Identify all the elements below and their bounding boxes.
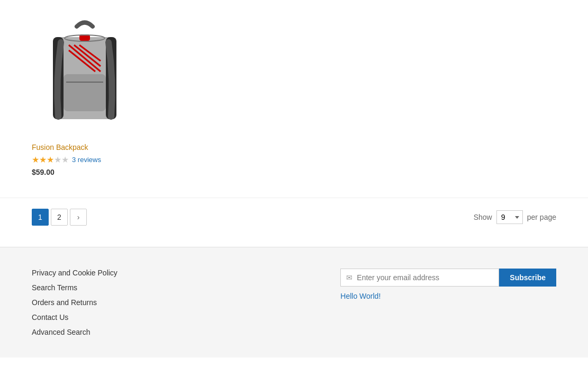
product-name-link[interactable]: Fusion Backpack (32, 143, 88, 151)
product-name[interactable]: Fusion Backpack (32, 143, 138, 151)
email-input-wrapper[interactable]: ✉ (340, 269, 499, 287)
star-3: ★ (47, 155, 54, 165)
chevron-right-icon: › (77, 213, 80, 221)
email-input[interactable] (357, 273, 493, 282)
reviews-link[interactable]: 3 reviews (72, 156, 101, 164)
footer: Privacy and Cookie Policy Search Terms O… (0, 247, 588, 358)
star-4: ★ (54, 155, 61, 165)
footer-link-advanced-search[interactable]: Advanced Search (32, 328, 117, 336)
product-image[interactable] (32, 11, 138, 138)
star-5: ★ (61, 155, 69, 165)
newsletter-form: ✉ Subscribe (340, 269, 556, 287)
rating-row: ★ ★ ★ ★ ★ 3 reviews (32, 155, 138, 165)
main-content: Fusion Backpack ★ ★ ★ ★ ★ 3 reviews $59.… (0, 0, 588, 358)
pagination-bar: 1 2 › Show 9 15 30 per page (0, 198, 588, 236)
show-label: Show (474, 213, 492, 221)
per-page-control: Show 9 15 30 per page (474, 210, 556, 224)
footer-link-contact[interactable]: Contact Us (32, 313, 117, 322)
per-page-label: per page (527, 213, 556, 221)
svg-rect-3 (64, 74, 106, 111)
next-page-button[interactable]: › (70, 209, 87, 226)
per-page-select[interactable]: 9 15 30 (496, 210, 523, 224)
star-rating: ★ ★ ★ ★ ★ (32, 155, 69, 165)
star-2: ★ (39, 155, 47, 165)
footer-links: Privacy and Cookie Policy Search Terms O… (32, 269, 117, 336)
page-1-button[interactable]: 1 (32, 209, 49, 226)
footer-newsletter: ✉ Subscribe Hello World! (340, 269, 556, 300)
footer-link-privacy[interactable]: Privacy and Cookie Policy (32, 269, 117, 277)
product-grid: Fusion Backpack ★ ★ ★ ★ ★ 3 reviews $59.… (0, 0, 588, 198)
backpack-illustration (37, 16, 132, 132)
star-1: ★ (32, 155, 39, 165)
pagination: 1 2 › (32, 209, 87, 226)
page-2-button[interactable]: 2 (51, 209, 68, 226)
hello-world-link[interactable]: Hello World! (340, 292, 556, 300)
footer-link-orders[interactable]: Orders and Returns (32, 298, 117, 307)
footer-link-search-terms[interactable]: Search Terms (32, 283, 117, 292)
product-price: $59.00 (32, 168, 138, 176)
subscribe-button[interactable]: Subscribe (499, 269, 556, 287)
product-card: Fusion Backpack ★ ★ ★ ★ ★ 3 reviews $59.… (32, 11, 138, 176)
email-icon: ✉ (346, 273, 352, 282)
